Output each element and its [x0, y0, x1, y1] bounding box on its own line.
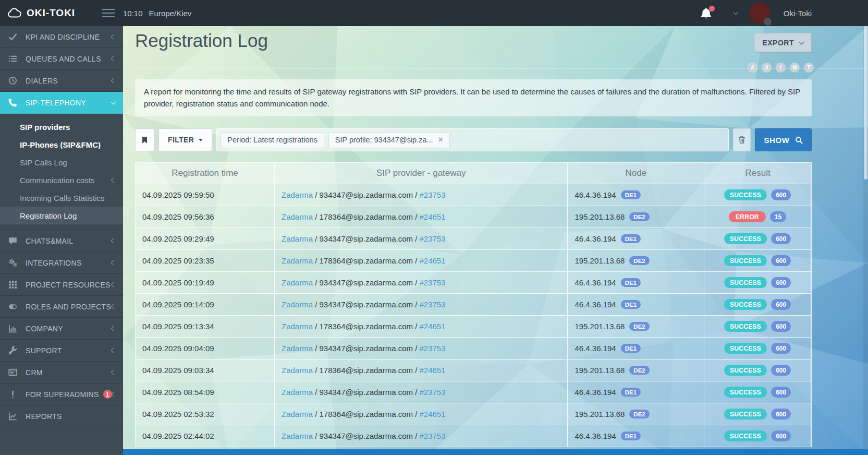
gateway-address: / 934347@sip.zadarma.com / — [313, 190, 420, 199]
result-cell: SUCCESS 600 — [704, 381, 811, 403]
topbar: OKI-TOKI 10:10 Europe/Kiev Oki-Toki — [0, 0, 868, 26]
provider-link[interactable]: Zadarma — [282, 212, 313, 221]
provider-link[interactable]: Zadarma — [282, 190, 313, 199]
grid-icon — [8, 280, 17, 289]
provider-link[interactable]: Zadarma — [282, 278, 313, 287]
horizontal-scrollbar[interactable] — [123, 449, 868, 455]
sidebar-item-reports[interactable]: REPORTS — [0, 405, 123, 427]
status-badge: SUCCESS — [724, 430, 767, 441]
node-ip: 195.201.13.68 — [574, 366, 625, 375]
gateway-cell: Zadarma / 934347@sip.zadarma.com / #2375… — [275, 228, 568, 249]
bookmark-button[interactable] — [135, 128, 154, 151]
menu-toggle-button[interactable] — [102, 9, 115, 20]
sidebar-item-dialers[interactable]: DIALERS — [0, 70, 123, 92]
filter-chip-period[interactable]: Period: Latest registrations — [221, 132, 324, 148]
export-button[interactable]: EXPORT — [754, 33, 812, 52]
gateway-id-link[interactable]: #23753 — [420, 432, 446, 440]
result-code-badge: 600 — [771, 299, 791, 310]
status-badge: SUCCESS — [724, 343, 767, 354]
provider-link[interactable]: Zadarma — [282, 322, 313, 331]
registration-time-cell: 04.09.2025 02:44:02 — [136, 425, 275, 447]
avatar[interactable] — [749, 3, 770, 23]
status-badge: SUCCESS — [724, 321, 767, 332]
sidebar-item-roles-and-projects[interactable]: ROLES AND PROJECTS — [0, 296, 123, 318]
gateway-id-link[interactable]: #23753 — [420, 344, 446, 353]
gateway-id-link[interactable]: #24651 — [420, 366, 446, 375]
sidebar-item-project-resources[interactable]: PROJECT RESOURCES — [0, 274, 123, 296]
sidebar-item-queues-and-calls[interactable]: QUEUES AND CALLS — [0, 48, 123, 70]
remove-chip-icon[interactable]: × — [438, 136, 443, 144]
provider-link[interactable]: Zadarma — [282, 366, 313, 375]
node-ip: 46.4.36.194 — [574, 300, 616, 309]
gateway-id-link[interactable]: #23753 — [420, 278, 446, 287]
provider-link[interactable]: Zadarma — [282, 410, 313, 418]
sidebar-subitem-sip-providers[interactable]: SIP providers — [0, 118, 123, 136]
provider-link[interactable]: Zadarma — [282, 388, 313, 397]
sidebar-subitem-sip-calls-log[interactable]: SIP Calls Log — [0, 153, 123, 171]
node-cell: 195.201.13.68 DE2 — [568, 250, 704, 271]
sidebar-item-for-superadmins[interactable]: FOR SUPERADMINS 1 — [0, 384, 123, 405]
gateway-id-link[interactable]: #24651 — [420, 322, 446, 331]
filter-bar: FILTER Period: Latest registrations SIP … — [135, 128, 812, 151]
filter-chips-container[interactable]: Period: Latest registrations SIP profile… — [216, 128, 729, 151]
status-badge: ERROR — [729, 211, 766, 222]
provider-link[interactable]: Zadarma — [282, 300, 313, 309]
col-result: Result — [704, 163, 811, 184]
sidebar-item-kpi-and-discipline[interactable]: KPI AND DISCIPLINE — [0, 26, 123, 48]
gateway-id-link[interactable]: #24651 — [420, 212, 446, 221]
gateway-id-link[interactable]: #24651 — [420, 410, 446, 418]
sidebar-item-company[interactable]: COMPANY — [0, 318, 123, 340]
sidebar-subitem-label: Communication costs — [20, 176, 94, 185]
provider-link[interactable]: Zadarma — [282, 432, 313, 440]
provider-link[interactable]: Zadarma — [282, 234, 313, 243]
sidebar-subitem-label: Incoming Calls Statistics — [20, 194, 105, 202]
notification-bell-icon[interactable] — [700, 7, 712, 19]
node-ip: 46.4.36.194 — [574, 234, 616, 243]
gateway-id-link[interactable]: #23753 — [420, 300, 446, 309]
provider-link[interactable]: Zadarma — [282, 256, 313, 265]
result-cell: SUCCESS 600 — [704, 272, 811, 293]
sidebar-item-chats-mail[interactable]: CHATS&MAIL — [0, 230, 123, 252]
result-cell: SUCCESS 600 — [704, 294, 811, 315]
sidebar-item-crm[interactable]: CRM — [0, 362, 123, 384]
registration-time-cell: 04.09.2025 09:56:36 — [136, 206, 275, 228]
result-cell: SUCCESS 600 — [704, 316, 811, 337]
gateway-id-link[interactable]: #23753 — [420, 234, 446, 243]
sidebar-item-support[interactable]: SUPPORT — [0, 340, 123, 362]
table-row: 04.09.2025 09:04:09 Zadarma / 934347@sip… — [136, 337, 811, 359]
user-initial-badge[interactable]: M — [790, 63, 799, 72]
vertical-scrollbar[interactable] — [863, 0, 868, 449]
clock-icon — [8, 76, 17, 85]
gateway-id-link[interactable]: #24651 — [420, 256, 446, 265]
user-menu-chevron-icon[interactable] — [733, 10, 738, 15]
gateway-address: / 934347@sip.zadarma.com / — [313, 344, 420, 353]
node-cell: 46.4.36.194 DE1 — [568, 184, 704, 206]
chevron-left-icon — [111, 56, 116, 62]
user-initial-badge[interactable]: T — [804, 63, 813, 72]
show-button[interactable]: SHOW — [755, 128, 812, 151]
sidebar-subitem-registration-log[interactable]: Registration Log — [0, 207, 123, 224]
filter-dropdown-button[interactable]: FILTER — [158, 128, 212, 151]
gateway-id-link[interactable]: #23753 — [420, 388, 446, 397]
user-initial-badge[interactable]: A — [748, 63, 757, 72]
sidebar-item-integrations[interactable]: INTEGRATIONS — [0, 252, 123, 274]
user-initial-badge[interactable]: I — [776, 63, 785, 72]
clear-filters-button[interactable] — [733, 128, 751, 151]
gateway-id-link[interactable]: #23753 — [420, 190, 446, 199]
user-initial-badge[interactable]: A — [762, 63, 771, 72]
gateway-cell: Zadarma / 178364@sip.zadarma.com / #2465… — [275, 403, 568, 425]
sidebar-subitem-incoming-calls-statistics[interactable]: Incoming Calls Statistics — [0, 189, 123, 207]
scrollbar-thumb[interactable] — [864, 2, 867, 179]
result-cell: SUCCESS 600 — [704, 184, 811, 206]
node-cell: 46.4.36.194 DE1 — [568, 294, 704, 315]
filter-chip-sip-profile[interactable]: SIP profile: 934347@sip.za... × — [328, 132, 450, 148]
chat-icon — [8, 236, 17, 245]
gears-icon — [8, 258, 17, 267]
sidebar-item-sip-telephony[interactable]: SIP-TELEPHONY — [0, 92, 123, 114]
sidebar-subitem-communication-costs[interactable]: Communication costs — [0, 171, 123, 189]
provider-link[interactable]: Zadarma — [282, 344, 313, 353]
sidebar-subitem-ip-phones-sip-fmc[interactable]: IP-Phones (SIP&FMC) — [0, 136, 123, 153]
table-row: 04.09.2025 09:59:50 Zadarma / 934347@sip… — [136, 184, 811, 206]
sidebar-subitem-label: IP-Phones (SIP&FMC) — [20, 140, 101, 149]
registration-time-cell: 04.09.2025 09:59:50 — [136, 184, 275, 206]
